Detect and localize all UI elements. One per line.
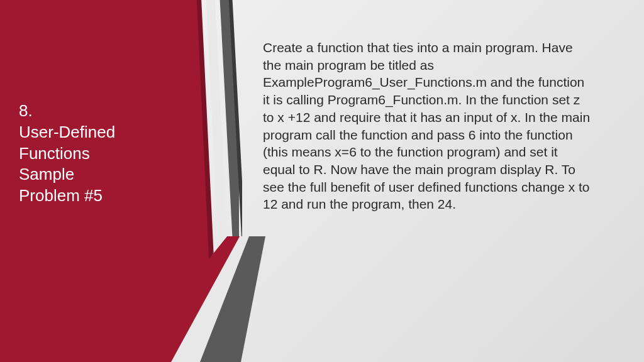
title-line-4: Problem #5 — [19, 185, 170, 207]
title-number: 8. — [19, 101, 170, 122]
title-line-3: Sample — [19, 164, 170, 185]
slide-body-text: Create a function that ties into a main … — [263, 39, 593, 213]
title-line-1: User-Defined — [19, 122, 170, 143]
title-line-2: Functions — [19, 143, 170, 165]
slide-title: 8. User-Defined Functions Sample Problem… — [19, 101, 170, 207]
